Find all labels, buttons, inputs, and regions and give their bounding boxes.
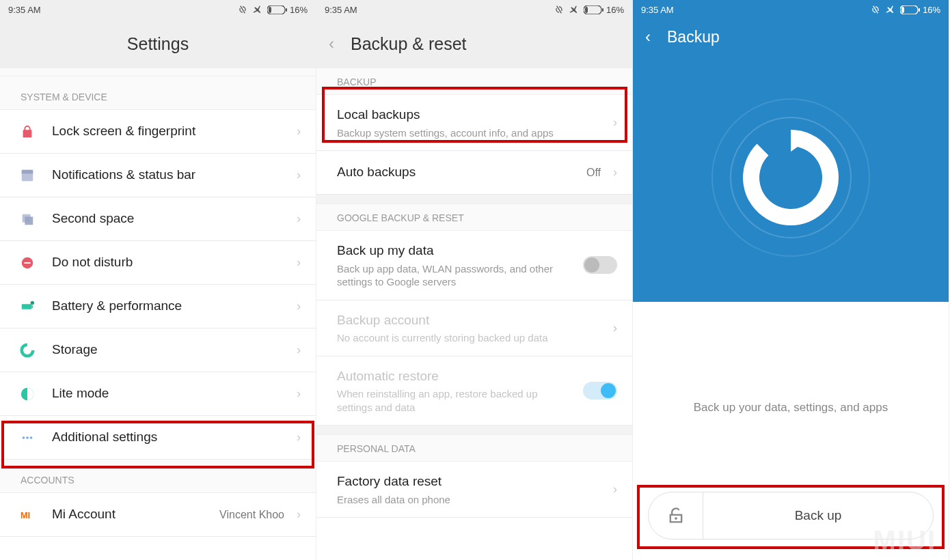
battery-icon: 16% <box>267 5 308 15</box>
svg-text:MI: MI <box>21 509 30 520</box>
svg-point-15 <box>26 436 29 439</box>
page-title: Settings <box>127 34 189 54</box>
row-label: Back up my data <box>337 242 571 260</box>
row-local-backups[interactable]: Local backups Backup system settings, ac… <box>316 95 632 151</box>
screen-backup-reset: 9:35 AM 16% ‹ Backup & reset BACKUP Loca… <box>316 0 633 560</box>
lock-button[interactable] <box>649 492 703 539</box>
lock-icon <box>15 124 40 139</box>
row-factory-reset[interactable]: Factory data reset Erases all data on ph… <box>316 462 632 518</box>
second-space-icon <box>15 212 40 227</box>
row-battery[interactable]: Battery & performance › <box>0 285 316 328</box>
row-value: Vincent Khoo <box>219 509 284 521</box>
chevron-right-icon: › <box>613 482 617 496</box>
row-label: Do not disturb <box>52 253 284 272</box>
svg-rect-4 <box>22 169 33 173</box>
svg-point-26 <box>675 517 677 520</box>
alarm-off-icon <box>237 4 248 15</box>
row-label: Additional settings <box>52 428 284 447</box>
chevron-right-icon: › <box>297 343 301 357</box>
chevron-right-icon: › <box>613 165 617 180</box>
row-label: Automatic restore <box>337 367 571 386</box>
chevron-right-icon: › <box>297 387 301 401</box>
status-time: 9:35 AM <box>8 5 41 15</box>
chevron-right-icon: › <box>297 430 301 445</box>
section-accounts: ACCOUNTS <box>0 460 316 493</box>
page-title: Backup & reset <box>351 34 467 54</box>
page-title: Backup <box>667 28 720 46</box>
alarm-off-icon <box>870 4 881 15</box>
svg-point-12 <box>22 344 33 356</box>
backup-hero: 9:35 AM 16% ‹ Backup <box>633 0 949 302</box>
watermark: MIUI <box>873 525 936 556</box>
svg-rect-22 <box>901 7 904 13</box>
backup-caption: Back up your data, settings, and apps <box>633 401 949 415</box>
alarm-off-icon <box>554 4 565 15</box>
battery-icon: 16% <box>584 5 624 15</box>
svg-rect-8 <box>24 262 30 264</box>
mi-icon: MI <box>15 507 40 522</box>
row-label: Storage <box>52 341 284 359</box>
section-google: GOOGLE BACKUP & RESET <box>316 204 632 231</box>
row-label: Lite mode <box>52 384 284 403</box>
status-bar: 9:35 AM 16% <box>0 0 316 19</box>
chevron-right-icon: › <box>297 299 301 313</box>
svg-point-11 <box>31 300 35 305</box>
row-label: Battery & performance <box>52 297 284 316</box>
svg-rect-23 <box>919 8 920 12</box>
chevron-right-icon: › <box>297 168 301 182</box>
status-time: 9:35 AM <box>641 5 674 15</box>
row-label: Local backups <box>337 106 601 124</box>
section-personal: PERSONAL DATA <box>316 435 632 462</box>
storage-icon <box>15 343 40 358</box>
row-additional-settings[interactable]: Additional settings › <box>0 416 316 460</box>
section-system-device: SYSTEM & DEVICE <box>0 76 316 110</box>
row-dnd[interactable]: Do not disturb › <box>0 241 316 285</box>
battery-text: 16% <box>290 5 308 15</box>
battery-text: 16% <box>923 5 940 15</box>
backup-button[interactable]: Back up <box>703 508 933 523</box>
lite-mode-icon <box>15 387 40 402</box>
row-label: Auto backups <box>337 163 574 182</box>
battery-text: 16% <box>606 5 624 15</box>
row-sub: No account is currently storing backed u… <box>337 331 601 345</box>
back-button[interactable]: ‹ <box>329 36 334 52</box>
row-sub: Backup system settings, account info, an… <box>337 126 601 140</box>
row-auto-restore: Automatic restore When reinstalling an a… <box>316 356 632 426</box>
screen-settings: 9:35 AM 16% Settings SYSTEM & DEVICE Loc… <box>0 0 316 560</box>
header-backup: ‹ Backup <box>633 19 949 55</box>
row-notifications[interactable]: Notifications & status bar › <box>0 154 316 197</box>
dnd-icon <box>15 255 40 270</box>
status-time: 9:35 AM <box>325 5 357 15</box>
row-lite-mode[interactable]: Lite mode › <box>0 372 316 416</box>
chevron-right-icon: › <box>297 255 301 270</box>
row-backup-account: Backup account No account is currently s… <box>316 300 632 356</box>
row-sub: When reinstalling an app, restore backed… <box>337 387 571 414</box>
row-label: Notifications & status bar <box>52 166 284 184</box>
airplane-icon <box>252 4 263 15</box>
chevron-right-icon: › <box>297 212 301 226</box>
back-button[interactable]: ‹ <box>645 29 651 45</box>
chevron-right-icon: › <box>297 124 301 139</box>
chevron-right-icon: › <box>613 115 617 130</box>
row-value: Off <box>586 167 601 179</box>
svg-point-24 <box>712 99 869 256</box>
row-storage[interactable]: Storage › <box>0 328 316 372</box>
toggle-backup-my-data[interactable] <box>583 256 617 274</box>
row-auto-backups[interactable]: Auto backups Off › <box>316 151 632 195</box>
header-backup-reset: ‹ Backup & reset <box>316 19 632 68</box>
airplane-icon <box>885 4 896 15</box>
row-sub: Erases all data on phone <box>337 493 601 507</box>
svg-rect-1 <box>269 7 271 13</box>
row-label: Factory data reset <box>337 473 601 491</box>
screen-backup: 9:35 AM 16% ‹ Backup Back up your dat <box>633 0 949 560</box>
row-backup-my-data[interactable]: Back up my data Back up app data, WLAN p… <box>316 231 632 300</box>
battery-icon: 16% <box>900 5 940 15</box>
row-mi-account[interactable]: MI Mi Account Vincent Khoo › <box>0 493 316 537</box>
row-lock-screen[interactable]: Lock screen & fingerprint › <box>0 110 316 154</box>
toggle-auto-restore[interactable] <box>583 382 617 400</box>
row-second-space[interactable]: Second space › <box>0 197 316 241</box>
row-sub: Back up app data, WLAN passwords, and ot… <box>337 262 571 289</box>
status-bar: 9:35 AM 16% <box>633 0 949 19</box>
row-label: Mi Account <box>52 505 207 524</box>
chevron-right-icon: › <box>297 507 301 522</box>
